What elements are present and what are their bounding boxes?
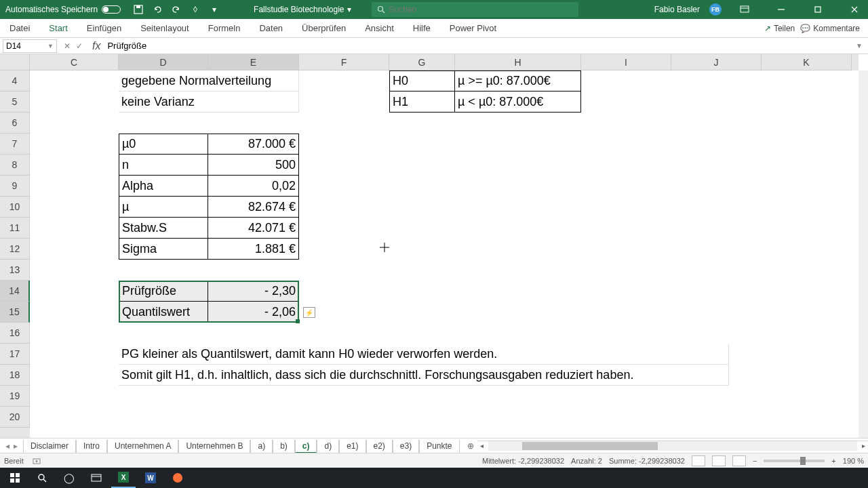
row-header-16[interactable]: 16 <box>0 323 30 344</box>
search-box[interactable] <box>372 2 578 17</box>
sheet-nav-prev-icon[interactable]: ◂ <box>5 441 9 451</box>
row-header-11[interactable]: 11 <box>0 218 30 239</box>
sheet-tab-unternehmenb[interactable]: Unternehmen B <box>178 440 250 453</box>
autosave-toggle[interactable]: Automatisches Speichern <box>0 5 126 14</box>
row-header-14[interactable]: 14 <box>0 281 30 302</box>
sheet-tab-intro[interactable]: Intro <box>76 440 107 453</box>
zoom-out-button[interactable]: − <box>753 457 757 465</box>
sheet-tab-e2[interactable]: e2) <box>366 440 393 453</box>
cell-D8[interactable]: n <box>119 155 208 176</box>
column-header-F[interactable]: F <box>299 54 389 70</box>
undo-icon[interactable] <box>152 4 163 15</box>
sheet-tab-unternehmena[interactable]: Unternehmen A <box>107 440 178 453</box>
user-name[interactable]: Fabio Basler <box>654 5 700 14</box>
ribbon-mode-icon[interactable] <box>731 0 758 19</box>
view-page-layout-icon[interactable] <box>712 455 726 466</box>
horizontal-scrollbar[interactable] <box>488 441 857 451</box>
row-header-13[interactable]: 13 <box>0 260 30 281</box>
close-button[interactable] <box>841 0 868 19</box>
row-header-15[interactable]: 15 <box>0 302 30 323</box>
view-normal-icon[interactable] <box>692 455 705 466</box>
cell-H5[interactable]: µ < µ0: 87.000€ <box>455 92 581 113</box>
toggle-switch-icon[interactable] <box>102 5 121 14</box>
sheet-tab-d[interactable]: d) <box>317 440 339 453</box>
firefox-taskbar-icon[interactable] <box>165 468 190 488</box>
comments-button[interactable]: 💬Kommentare <box>800 24 860 33</box>
sheet-tab-b[interactable]: b) <box>273 440 295 453</box>
sheet-tab-disclaimer[interactable]: Disclaimer <box>23 440 76 453</box>
accept-formula-icon[interactable]: ✓ <box>76 41 83 51</box>
select-all-corner[interactable] <box>0 54 30 70</box>
ribbon-tab-ansicht[interactable]: Ansicht <box>355 19 403 37</box>
cell-D10[interactable]: µ <box>119 197 208 218</box>
cell-E14[interactable]: - 2,30 <box>208 281 299 302</box>
cell-D12[interactable]: Sigma <box>119 239 208 260</box>
quick-analysis-icon[interactable]: ⚡ <box>303 307 315 318</box>
row-header-10[interactable]: 10 <box>0 197 30 218</box>
zoom-level[interactable]: 190 % <box>843 457 864 465</box>
ribbon-tab-einfügen[interactable]: Einfügen <box>77 19 131 37</box>
column-header-H[interactable]: H <box>455 54 581 70</box>
ribbon-tab-datei[interactable]: Datei <box>0 19 39 37</box>
cell-D18[interactable]: Somit gilt H1, d.h. inhaltlich, dass sic… <box>119 365 729 386</box>
row-header-8[interactable]: 8 <box>0 155 30 176</box>
redo-icon[interactable] <box>171 4 182 15</box>
share-button[interactable]: ↗Teilen <box>764 24 795 33</box>
sheet-tab-a[interactable]: a) <box>250 440 273 453</box>
record-macro-icon[interactable] <box>32 456 41 466</box>
cell-D11[interactable]: Stabw.S <box>119 218 208 239</box>
word-taskbar-icon[interactable]: W <box>138 468 163 488</box>
row-header-9[interactable]: 9 <box>0 176 30 197</box>
expand-formula-icon[interactable]: ▼ <box>850 42 868 49</box>
column-header-D[interactable]: D <box>119 54 208 70</box>
view-page-break-icon[interactable] <box>732 455 746 466</box>
row-header-17[interactable]: 17 <box>0 344 30 365</box>
sheet-nav-next-icon[interactable]: ▸ <box>14 441 18 451</box>
qat-dropdown-icon[interactable]: ▾ <box>209 4 220 15</box>
cell-E7[interactable]: 87.000 € <box>208 134 299 155</box>
taskbar-search-icon[interactable] <box>30 468 54 488</box>
save-icon[interactable] <box>133 4 144 15</box>
vertical-scrollbar[interactable] <box>859 70 868 438</box>
column-header-K[interactable]: K <box>762 54 852 70</box>
ribbon-tab-hilfe[interactable]: Hilfe <box>403 19 440 37</box>
file-name[interactable]: Fallstudie Biotechnologie ▾ <box>254 5 351 14</box>
cancel-formula-icon[interactable]: ✕ <box>64 41 71 51</box>
cell-G5[interactable]: H1 <box>389 92 455 113</box>
hscroll-right-icon[interactable]: ▸ <box>859 441 868 451</box>
ribbon-tab-formeln[interactable]: Formeln <box>199 19 250 37</box>
cell-D7[interactable]: µ0 <box>119 134 208 155</box>
sheet-tab-punkte[interactable]: Punkte <box>419 440 459 453</box>
cell-E12[interactable]: 1.881 € <box>208 239 299 260</box>
minimize-button[interactable] <box>768 0 795 19</box>
cell-D4[interactable]: gegebene Normalverteilung <box>119 70 299 92</box>
sheet-tab-e3[interactable]: e3) <box>393 440 419 453</box>
search-input[interactable] <box>389 5 573 14</box>
row-header-19[interactable]: 19 <box>0 386 30 407</box>
start-button[interactable] <box>3 468 27 488</box>
spreadsheet-grid[interactable]: CDEFGHIJK 4567891011121314151617181920 g… <box>0 54 868 438</box>
sheet-tab-c[interactable]: c) <box>295 440 317 453</box>
cell-D15[interactable]: Quantilswert <box>119 302 208 323</box>
cell-G4[interactable]: H0 <box>389 70 455 92</box>
sheet-tab-e1[interactable]: e1) <box>339 440 366 453</box>
cell-D14[interactable]: Prüfgröße <box>119 281 208 302</box>
row-header-5[interactable]: 5 <box>0 92 30 113</box>
column-header-I[interactable]: I <box>581 54 671 70</box>
cell-H4[interactable]: µ >= µ0: 87.000€ <box>455 70 581 92</box>
ribbon-tab-power pivot[interactable]: Power Pivot <box>440 19 506 37</box>
excel-taskbar-icon[interactable]: X <box>111 468 136 488</box>
cell-E15[interactable]: - 2,06 <box>208 302 299 323</box>
ribbon-tab-start[interactable]: Start <box>39 19 77 37</box>
fx-icon[interactable]: fx <box>90 40 103 52</box>
cell-E9[interactable]: 0,02 <box>208 176 299 197</box>
ribbon-tab-seitenlayout[interactable]: Seitenlayout <box>131 19 199 37</box>
column-header-J[interactable]: J <box>671 54 762 70</box>
chevron-down-icon[interactable]: ▼ <box>47 43 54 49</box>
cell-D17[interactable]: PG kleiner als Quantilswert, damit kann … <box>119 344 729 365</box>
name-box[interactable]: D14 ▼ <box>3 39 57 53</box>
cortana-icon[interactable]: ◯ <box>57 468 81 488</box>
ribbon-tab-überprüfen[interactable]: Überprüfen <box>292 19 355 37</box>
row-header-4[interactable]: 4 <box>0 70 30 92</box>
cell-D5[interactable]: keine Varianz <box>119 92 299 113</box>
